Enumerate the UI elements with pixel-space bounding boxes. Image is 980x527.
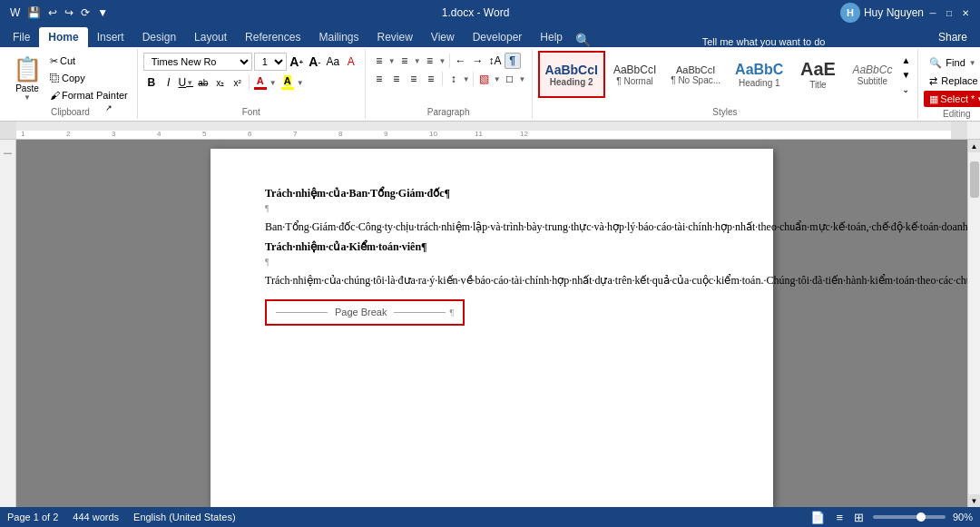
clipboard-group: 📋 Paste ▼ ✂ Cut ⿻ Copy 🖌 Format Painter bbox=[4, 49, 138, 119]
italic-btn[interactable]: I bbox=[161, 74, 177, 91]
replace-button[interactable]: ⇄ Replace bbox=[924, 73, 980, 89]
border-dropdown[interactable]: ▼ bbox=[519, 75, 526, 83]
tab-mailings[interactable]: Mailings bbox=[309, 27, 368, 47]
scroll-down-arrow[interactable]: ▼ bbox=[968, 494, 981, 507]
svg-text:11: 11 bbox=[475, 130, 483, 138]
page-break-line-left bbox=[276, 312, 328, 313]
find-icon: 🔍 bbox=[929, 57, 942, 69]
multilevel-btn[interactable]: ≡ bbox=[422, 53, 438, 69]
text-color-btn[interactable]: A bbox=[252, 75, 269, 90]
user-info[interactable]: H Huy Nguyen bbox=[840, 3, 924, 23]
increase-indent-btn[interactable]: → bbox=[470, 53, 486, 69]
maximize-btn[interactable]: □ bbox=[942, 5, 956, 20]
sort-btn[interactable]: ↕A bbox=[487, 53, 504, 69]
view-outline-btn[interactable]: ⊞ bbox=[852, 509, 866, 526]
tab-insert[interactable]: Insert bbox=[88, 27, 133, 47]
save-btn[interactable]: 💾 bbox=[24, 5, 44, 21]
justify-btn[interactable]: ≡ bbox=[423, 71, 439, 87]
copy-button[interactable]: ⿻ Copy bbox=[46, 70, 132, 86]
style-subtitle[interactable]: AaBbCc Subtitle bbox=[846, 51, 898, 98]
paste-button[interactable]: 📋 Paste ▼ bbox=[9, 55, 45, 101]
shading-dropdown[interactable]: ▼ bbox=[494, 75, 501, 83]
multilevel-dropdown[interactable]: ▼ bbox=[439, 57, 446, 65]
strikethrough-btn[interactable]: ab bbox=[195, 74, 211, 91]
styles-expand[interactable]: ⌄ bbox=[901, 84, 910, 94]
style-normal[interactable]: AaBbCcI ¶ Normal bbox=[607, 51, 662, 98]
align-right-btn[interactable]: ≡ bbox=[406, 71, 422, 87]
numbering-btn[interactable]: ≡ bbox=[397, 53, 413, 69]
vertical-scrollbar[interactable]: ▲ ▼ bbox=[967, 140, 980, 507]
bullets-dropdown[interactable]: ▼ bbox=[388, 57, 396, 65]
underline-btn[interactable]: U ▼ bbox=[178, 74, 194, 91]
document-scroll[interactable]: Trách·nhiệm·của·Ban·Tổng·Giám·đốc¶ ¶ Ban… bbox=[16, 140, 967, 507]
tab-layout[interactable]: Layout bbox=[185, 27, 236, 47]
font-size-select[interactable]: 11 bbox=[254, 53, 287, 71]
clipboard-expand[interactable]: ↗ bbox=[105, 103, 116, 114]
line-spacing-btn[interactable]: ↕ bbox=[446, 71, 462, 87]
decrease-indent-btn[interactable]: ← bbox=[453, 53, 469, 69]
style-heading2[interactable]: AaBbCcI Heading 2 bbox=[538, 51, 605, 98]
styles-scroll-up[interactable]: ▲ bbox=[901, 55, 910, 65]
text-color-dropdown[interactable]: ▼ bbox=[270, 79, 277, 87]
redo-btn[interactable]: ↪ bbox=[62, 5, 76, 21]
zoom-level: 90% bbox=[953, 512, 973, 522]
close-btn[interactable]: ✕ bbox=[958, 5, 973, 20]
style-title[interactable]: AaE Title bbox=[791, 51, 844, 98]
view-print-btn[interactable]: 📄 bbox=[808, 509, 827, 526]
scroll-thumb[interactable] bbox=[970, 161, 979, 198]
document-area: | Trách·nhiệm·của·Ban·Tổng·Giám·đốc¶ ¶ B… bbox=[0, 140, 980, 507]
tab-design[interactable]: Design bbox=[133, 27, 185, 47]
view-web-btn[interactable]: ≡ bbox=[834, 509, 845, 526]
tab-file[interactable]: File bbox=[4, 27, 39, 47]
find-button[interactable]: 🔍 Find ▼ bbox=[924, 54, 980, 71]
tab-help[interactable]: Help bbox=[531, 27, 572, 47]
search-bar[interactable]: Tell me what you want to do bbox=[598, 36, 929, 47]
style-nospace-text: AaBbCcI bbox=[676, 64, 715, 75]
autosave-btn[interactable]: ⟳ bbox=[78, 5, 93, 21]
select-dropdown[interactable]: ▼ bbox=[976, 95, 980, 103]
paste-dropdown[interactable]: ▼ bbox=[24, 93, 31, 102]
align-center-btn[interactable]: ≡ bbox=[388, 71, 405, 87]
dropdown-btn[interactable]: ▼ bbox=[94, 5, 111, 21]
status-right: 📄 ≡ ⊞ 90% bbox=[808, 509, 973, 526]
tab-developer[interactable]: Developer bbox=[464, 27, 532, 47]
format-painter-button[interactable]: 🖌 Format Painter bbox=[46, 87, 132, 103]
tab-review[interactable]: Review bbox=[368, 27, 421, 47]
show-hide-btn[interactable]: ¶ bbox=[505, 53, 521, 69]
undo-btn[interactable]: ↩ bbox=[45, 5, 60, 21]
tab-home[interactable]: Home bbox=[39, 27, 87, 47]
share-btn[interactable]: Share bbox=[929, 27, 976, 47]
minimize-btn[interactable]: ─ bbox=[926, 5, 940, 20]
separator1 bbox=[249, 75, 250, 90]
align-left-btn[interactable]: ≡ bbox=[371, 71, 387, 87]
font-name-select[interactable]: Times New Ro bbox=[143, 53, 252, 71]
search-icon[interactable]: 🔍 bbox=[575, 33, 591, 47]
highlight-btn[interactable]: A bbox=[279, 75, 296, 90]
bullets-btn[interactable]: ≡ bbox=[371, 53, 387, 69]
style-heading1[interactable]: AaBbC Heading 1 bbox=[729, 51, 789, 98]
line-spacing-dropdown[interactable]: ▼ bbox=[463, 75, 470, 83]
bold-btn[interactable]: B bbox=[143, 74, 160, 91]
select-button[interactable]: ▦ Select * ▼ bbox=[924, 91, 980, 107]
style-nospace[interactable]: AaBbCcI ¶ No Spac... bbox=[664, 51, 727, 98]
highlight-dropdown[interactable]: ▼ bbox=[297, 79, 304, 87]
title-bar-left: W 💾 ↩ ↪ ⟳ ▼ bbox=[7, 5, 111, 21]
find-dropdown[interactable]: ▼ bbox=[969, 59, 976, 67]
increase-font-btn[interactable]: A+ bbox=[289, 54, 305, 70]
clear-format-btn[interactable]: A bbox=[343, 54, 359, 70]
tab-view[interactable]: View bbox=[422, 27, 464, 47]
scroll-up-arrow[interactable]: ▲ bbox=[968, 140, 981, 152]
decrease-font-btn[interactable]: A- bbox=[307, 54, 323, 70]
tab-references[interactable]: References bbox=[236, 27, 309, 47]
cut-button[interactable]: ✂ Cut bbox=[46, 53, 132, 69]
para-board-responsibility: Ban·Tổng·Giám·đốc·Công·ty·chịu·trách·nhi… bbox=[265, 219, 719, 235]
change-case-btn[interactable]: Aa bbox=[325, 54, 341, 70]
subscript-btn[interactable]: x₂ bbox=[212, 74, 229, 91]
zoom-slider[interactable] bbox=[873, 515, 946, 519]
styles-scroll-down[interactable]: ▼ bbox=[901, 70, 910, 80]
superscript-btn[interactable]: x² bbox=[230, 74, 246, 91]
zoom-thumb[interactable] bbox=[916, 512, 926, 522]
shading-btn[interactable]: ▧ bbox=[476, 71, 493, 87]
border-btn[interactable]: □ bbox=[502, 71, 518, 87]
numbering-dropdown[interactable]: ▼ bbox=[414, 57, 421, 65]
